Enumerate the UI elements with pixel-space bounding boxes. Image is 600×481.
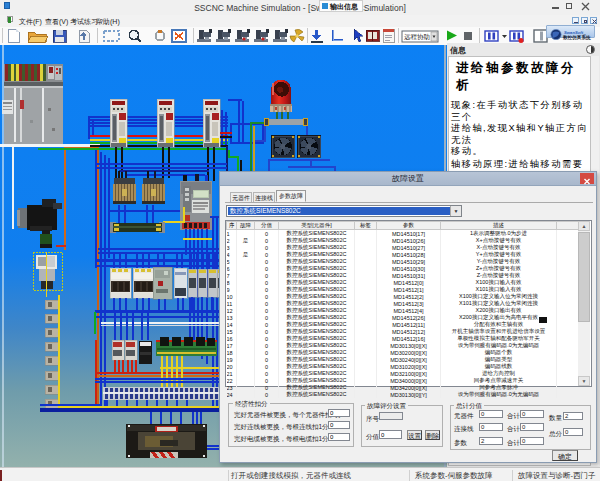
svg-text:数控仿真系统: 数控仿真系统	[562, 34, 591, 40]
svg-text:远程协助: 远程协助	[404, 33, 430, 41]
svg-text:SwanSoft: SwanSoft	[564, 30, 584, 35]
